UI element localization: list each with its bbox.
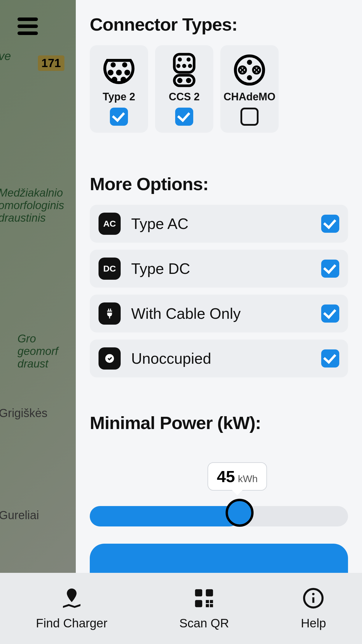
svg-rect-32 bbox=[210, 604, 213, 607]
bottom-tabbar: Find Charger Scan QR Help bbox=[0, 573, 362, 644]
option-label: Type AC bbox=[131, 215, 311, 232]
connector-checkbox[interactable] bbox=[110, 108, 128, 126]
svg-point-0 bbox=[110, 62, 116, 68]
option-with-cable[interactable]: With Cable Only bbox=[90, 295, 348, 332]
option-checkbox[interactable] bbox=[321, 304, 339, 323]
connector-card-type2[interactable]: Type 2 bbox=[90, 45, 148, 133]
map-place-label: Grigiškės bbox=[0, 407, 48, 420]
tab-label: Help bbox=[301, 616, 326, 630]
option-checkbox[interactable] bbox=[321, 215, 339, 233]
option-type-ac[interactable]: AC Type AC bbox=[90, 205, 348, 243]
connector-card-chademo[interactable]: CHAdeMO bbox=[220, 45, 279, 133]
tab-label: Find Charger bbox=[36, 616, 107, 630]
connectors-heading: Connector Types: bbox=[90, 14, 348, 35]
chademo-connector-icon bbox=[233, 54, 266, 86]
option-label: Unoccupied bbox=[131, 350, 311, 367]
svg-rect-31 bbox=[206, 604, 209, 607]
slider-value-bubble: 45 kWh bbox=[208, 462, 267, 491]
svg-point-12 bbox=[188, 64, 192, 68]
svg-point-8 bbox=[178, 57, 182, 62]
svg-rect-29 bbox=[206, 600, 209, 603]
svg-point-34 bbox=[312, 593, 314, 595]
dc-badge-icon: DC bbox=[99, 258, 121, 280]
option-label: Type DC bbox=[131, 260, 311, 277]
check-circle-icon bbox=[99, 347, 121, 370]
map-place-label: rve bbox=[0, 50, 11, 63]
map-place-label: Gureliai bbox=[0, 509, 39, 522]
plug-icon bbox=[99, 302, 121, 325]
map-place-label: Gro geomorf draust bbox=[17, 332, 58, 370]
svg-point-2 bbox=[108, 70, 114, 76]
svg-point-6 bbox=[121, 77, 126, 83]
connector-label: CCS 2 bbox=[169, 91, 200, 103]
svg-point-3 bbox=[116, 70, 122, 76]
svg-point-18 bbox=[247, 75, 252, 80]
svg-rect-26 bbox=[195, 589, 203, 596]
option-checkbox[interactable] bbox=[321, 349, 339, 368]
svg-point-14 bbox=[177, 78, 182, 83]
apply-filters-button[interactable] bbox=[90, 544, 348, 573]
more-options-list: AC Type AC DC Type DC With Cable Only Un… bbox=[90, 205, 348, 377]
slider-value: 45 bbox=[217, 467, 235, 486]
slider-unit: kWh bbox=[238, 473, 258, 484]
svg-point-9 bbox=[187, 57, 191, 62]
ccs2-connector-icon bbox=[168, 54, 200, 86]
map-pin-icon bbox=[60, 587, 83, 610]
svg-rect-27 bbox=[206, 589, 213, 596]
option-checkbox[interactable] bbox=[321, 260, 339, 278]
tab-label: Scan QR bbox=[179, 616, 229, 630]
svg-rect-30 bbox=[210, 600, 213, 603]
connector-checkbox[interactable] bbox=[240, 108, 259, 126]
slider-fill bbox=[90, 506, 240, 526]
tab-scan-qr[interactable]: Scan QR bbox=[179, 587, 229, 630]
connector-types-row: Type 2 CCS 2 bbox=[90, 45, 348, 133]
map-place-label: Medžiakalnio omorfologinis draustinis bbox=[0, 187, 64, 224]
filters-drawer: Connector Types: Type 2 bbox=[76, 0, 362, 573]
svg-rect-28 bbox=[195, 600, 203, 607]
option-type-dc[interactable]: DC Type DC bbox=[90, 250, 348, 288]
ac-badge-icon: AC bbox=[99, 213, 121, 235]
option-label: With Cable Only bbox=[131, 305, 311, 322]
svg-point-4 bbox=[124, 70, 130, 76]
tab-find-charger[interactable]: Find Charger bbox=[36, 587, 107, 630]
svg-point-15 bbox=[186, 78, 191, 83]
connector-checkbox[interactable] bbox=[175, 108, 193, 126]
svg-point-1 bbox=[122, 62, 127, 68]
slider-thumb[interactable] bbox=[226, 499, 254, 527]
tab-help[interactable]: Help bbox=[301, 587, 326, 630]
type2-connector-icon bbox=[103, 54, 135, 86]
svg-point-25 bbox=[105, 354, 114, 363]
svg-rect-7 bbox=[174, 54, 194, 72]
connector-label: CHAdeMO bbox=[224, 91, 275, 103]
connector-card-ccs2[interactable]: CCS 2 bbox=[155, 45, 213, 133]
menu-icon[interactable] bbox=[17, 18, 38, 35]
more-options-heading: More Options: bbox=[90, 174, 348, 194]
info-icon bbox=[302, 587, 325, 610]
connector-label: Type 2 bbox=[103, 91, 135, 103]
power-slider[interactable]: 45 kWh bbox=[90, 462, 348, 532]
svg-point-17 bbox=[247, 60, 252, 65]
option-unoccupied[interactable]: Unoccupied bbox=[90, 340, 348, 377]
qr-icon bbox=[192, 587, 216, 610]
minimal-power-heading: Minimal Power (kW): bbox=[90, 412, 348, 433]
svg-point-11 bbox=[182, 64, 186, 68]
road-badge: 171 bbox=[38, 55, 64, 71]
svg-point-5 bbox=[112, 77, 117, 83]
svg-point-10 bbox=[176, 64, 180, 68]
